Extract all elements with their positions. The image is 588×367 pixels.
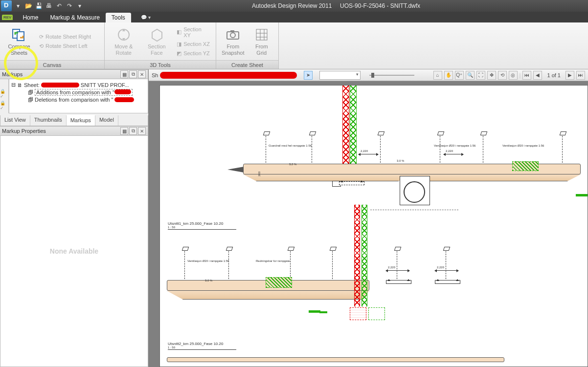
panel-pin-icon[interactable]: ⧉	[129, 127, 137, 135]
select-tool-button[interactable]: ➤	[304, 71, 313, 80]
from-snapshot-button[interactable]: From Snapshot	[220, 26, 246, 57]
next-page-icon[interactable]: ▶	[565, 71, 574, 80]
pole	[184, 249, 185, 279]
zoom-slider[interactable]	[367, 71, 416, 80]
open-icon[interactable]: 📂	[24, 1, 33, 10]
redacted-text	[114, 89, 131, 94]
redo-icon[interactable]: ↷	[65, 1, 74, 10]
markups-panel-title: Markups	[2, 71, 23, 77]
tab-markup-measure[interactable]: Markup & Measure	[44, 13, 105, 22]
dim-label: 2,220	[361, 150, 368, 152]
lock-gutter: 🔒 ✓ 🔒 ✓	[0, 79, 9, 113]
svg-rect-5	[230, 30, 234, 32]
panel-options-icon[interactable]: ▦	[120, 127, 128, 135]
qat-dropdown-icon[interactable]: ▾	[14, 1, 23, 10]
pole	[332, 249, 333, 279]
dim-line	[386, 270, 409, 274]
collapse-icon[interactable]: ⊟	[11, 82, 16, 88]
subtab-thumbnails[interactable]: Thumbnails	[30, 115, 67, 126]
green-revision-mark	[309, 310, 320, 313]
drawing-viewport[interactable]: 2,220 2,220 3,0 % 3,0 % Guardrail med he…	[149, 81, 588, 367]
note-label: Ventilasjon Ø20 i rampgate 1:56	[434, 144, 475, 147]
hatch-box-green	[266, 277, 292, 288]
section-face-label2: Face	[151, 50, 162, 56]
section-xy-button: ◧Section XY	[175, 25, 212, 39]
rotate-sheet-right-button[interactable]: ⟳Rotate Sheet Right	[37, 33, 93, 41]
rotate-left-label: Rotate Sheet Left	[45, 43, 88, 49]
tab-tools[interactable]: Tools	[106, 13, 131, 22]
markups-tree[interactable]: ⊟ 🗎 Sheet: SNITT VED PROF... 🗐 Additions…	[9, 79, 148, 113]
help-icon[interactable]: 💬 ▾	[141, 15, 151, 20]
view-combo[interactable]	[319, 71, 361, 80]
ribbon-group-canvas: Compare Sheets ⟳Rotate Sheet Right ⟲Rota…	[0, 22, 105, 69]
markup-properties-header: Markup Properties ▦ ⧉ ✕	[0, 126, 148, 136]
none-available-label: None Available	[50, 247, 98, 255]
foundation-pad	[386, 280, 411, 284]
deck-partial-bottom	[167, 357, 504, 362]
orbit-icon[interactable]: ✥	[487, 71, 496, 80]
subtab-model[interactable]: Model	[95, 115, 118, 126]
from-grid-label2: Grid	[256, 50, 267, 56]
compare-sheets-button[interactable]: Compare Sheets	[4, 26, 34, 57]
subtab-markups[interactable]: Markups	[67, 115, 95, 126]
section-yz-button: ◩Section YZ	[175, 49, 212, 58]
zoom-in-icon[interactable]: Q⁺	[455, 71, 464, 80]
drawing-paper: 2,220 2,220 3,0 % 3,0 % Guardrail med he…	[159, 85, 588, 367]
note-label: Ventilasjon Ø20 i rampgate 1:56	[187, 259, 229, 262]
clearance-label: 200	[258, 172, 261, 176]
orbit-free-icon[interactable]: ⟲	[498, 71, 507, 80]
zoom-extents-icon[interactable]: ⛶	[476, 71, 485, 80]
panel-close-icon[interactable]: ✕	[138, 70, 146, 78]
panel-options-icon[interactable]: ▦	[120, 70, 128, 78]
prev-page-icon[interactable]: ◀	[533, 71, 542, 80]
last-page-icon[interactable]: ⏭	[576, 71, 585, 80]
steering-wheel-icon[interactable]: ◎	[509, 71, 518, 80]
markups-tree-container: 🔒 ✓ 🔒 ✓ ⊟ 🗎 Sheet: SNITT VED PROF... 🗐 A…	[0, 79, 148, 113]
group-label-3d-tools: 3D Tools	[105, 60, 216, 69]
group-label-create-sheet: Create Sheet	[216, 60, 278, 69]
lock-icon[interactable]: 🔒 ✓	[0, 89, 8, 99]
subtab-list-view[interactable]: List View	[0, 115, 30, 126]
ribbon: Compare Sheets ⟳Rotate Sheet Right ⟲Rota…	[0, 22, 588, 69]
from-snapshot-label2: Snapshot	[222, 50, 244, 56]
ribbon-group-create-sheet: From Snapshot From Grid Create Sheet	[216, 22, 279, 69]
mast-footpad	[339, 181, 364, 185]
qat-more-icon[interactable]: ▾	[75, 1, 84, 10]
section-title-text: Utsnitt2_km 25.000_Fase 10.20	[168, 342, 223, 346]
section-title-text: Utsnitt1_km 25.000_Fase 10.20	[168, 221, 223, 226]
green-revision-mark	[576, 194, 588, 196]
pole	[483, 133, 483, 163]
tree-sheet-node[interactable]: ⊟ 🗎 Sheet: SNITT VED PROF...	[11, 81, 146, 88]
from-snapshot-label1: From	[226, 43, 239, 50]
save-icon[interactable]: 💾	[34, 1, 43, 10]
home-view-icon[interactable]: ⌂	[433, 71, 442, 80]
app-icon[interactable]	[1, 0, 12, 11]
undo-icon[interactable]: ↶	[55, 1, 64, 10]
dim-label: 2,220	[446, 150, 453, 152]
pole	[446, 249, 446, 279]
rotate-right-icon: ⟳	[39, 34, 44, 40]
print-icon[interactable]: 🖶	[45, 1, 53, 10]
from-grid-button[interactable]: From Grid	[249, 26, 275, 57]
comparison-addition-box	[368, 307, 385, 320]
tree-deletions-node[interactable]: 🗐 Deletions from comparison with "	[11, 96, 146, 103]
canvas-toolbar: Sh ➤ ⌂ ✋ Q⁺ 🔍 ⛶ ✥ ⟲ ◎ | ⏮ ◀ 1 of 1 ▶ ⏭	[149, 69, 588, 81]
title-bar: ▾ 📂 💾 🖶 ↶ ↷ ▾ Autodesk Design Review 201…	[0, 0, 588, 12]
left-panel-column: Markups ▦ ⧉ ✕ 🔒 ✓ 🔒 ✓ ⊟ 🗎 Sheet: SNITT V…	[0, 69, 149, 367]
first-page-icon[interactable]: ⏮	[522, 71, 531, 80]
lock-icon[interactable]: 🔒 ✓	[0, 101, 8, 110]
section-title-1: Utsnitt1_km 25.000_Fase 10.20 1 : 50	[168, 221, 236, 230]
zoom-window-icon[interactable]: 🔍	[466, 71, 475, 80]
tree-additions-node[interactable]: 🗐 Additions from comparison with "	[11, 88, 146, 96]
panel-close-icon[interactable]: ✕	[138, 127, 146, 135]
pan-icon[interactable]: ✋	[444, 71, 453, 80]
section-scale: 1 : 50	[168, 346, 236, 349]
rotate-sheet-left-button[interactable]: ⟲Rotate Sheet Left	[37, 42, 93, 50]
section-scale: 1 : 50	[168, 226, 236, 229]
group-label-canvas: Canvas	[0, 60, 104, 69]
dim-line	[444, 154, 463, 157]
panel-pin-icon[interactable]: ⧉	[129, 70, 137, 78]
pole	[290, 249, 291, 279]
tab-home[interactable]: Home	[17, 13, 44, 22]
ground-line	[370, 210, 458, 210]
